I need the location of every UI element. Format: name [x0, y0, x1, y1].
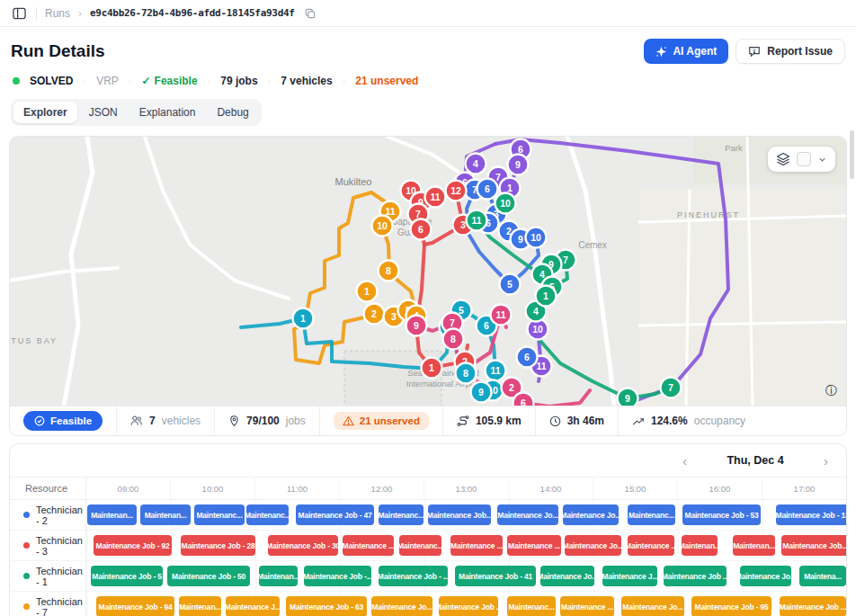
gantt-job-bar[interactable]: Maintenance Job...	[781, 535, 847, 556]
gantt-job-bar[interactable]: Maintenance ...	[343, 535, 394, 556]
map-marker[interactable]: 6	[513, 393, 534, 406]
gantt-job-bar[interactable]: Maintenance Job - 28	[181, 535, 255, 556]
map-marker[interactable]: 7	[661, 378, 682, 398]
gantt-job-bar[interactable]: Maintenance Job - 30	[268, 535, 338, 556]
gantt-job-bar[interactable]: Maintenance ...	[450, 535, 503, 556]
gantt-job-bar[interactable]: Maintenance Job - 13	[776, 504, 847, 525]
tab-explanation[interactable]: Explanation	[129, 102, 206, 123]
gantt-job-bar[interactable]: Maintenan...	[179, 596, 221, 616]
gantt-job-bar[interactable]: Maintenance Jo...	[565, 535, 621, 556]
map-marker[interactable]: 10	[372, 216, 393, 237]
report-issue-button[interactable]: Report Issue	[736, 39, 845, 64]
stat-occupancy: 124.6%occupancy	[619, 406, 759, 435]
gantt-job-bar[interactable]: Maintenance Job - 5	[91, 566, 163, 586]
map-marker[interactable]: 1	[357, 281, 378, 302]
gantt-job-bar[interactable]: Maintenan...	[259, 566, 298, 586]
gantt-job-bar[interactable]: Maintenance J...	[226, 596, 280, 616]
map-marker[interactable]: 9	[406, 316, 427, 336]
gantt-job-bar[interactable]: Maintenance Job ...	[664, 566, 727, 586]
gantt-job-bar[interactable]: Maintenance Job - 47	[296, 504, 374, 525]
gantt-job-bar[interactable]: Maintenance Jo...	[540, 566, 594, 586]
gantt-job-bar[interactable]: Maintenanc...	[399, 535, 441, 556]
gantt-job-bar[interactable]: Maintenance Job ...	[780, 596, 846, 616]
map-marker[interactable]: 11	[491, 305, 512, 326]
gantt-job-bar[interactable]: Maintenance ...	[560, 596, 614, 616]
gantt-job-bar[interactable]: Maintenance Jo...	[563, 504, 619, 525]
map-marker[interactable]: 8	[443, 329, 464, 350]
gantt-job-bar[interactable]: Maintenan...	[733, 535, 775, 556]
map-marker[interactable]: 5	[500, 274, 521, 295]
gantt-job-bar[interactable]: Maintenan...	[140, 504, 191, 525]
status-vehicles: 7 vehicles	[281, 75, 332, 87]
map-marker[interactable]: 10	[526, 228, 547, 248]
resource-label[interactable]: Technician - 7	[10, 592, 86, 616]
resource-label[interactable]: Technician - 1	[10, 561, 86, 591]
solved-dot	[13, 77, 20, 85]
map-marker[interactable]: 8	[456, 363, 477, 384]
resource-label[interactable]: Technician - 2	[10, 500, 86, 530]
route-map[interactable]: MukilteoJapaneseGulchCemexPINEHURSTParkL…	[10, 137, 846, 406]
gantt-job-bar[interactable]: Maintenance J...	[602, 566, 657, 586]
map-marker[interactable]: 9	[471, 382, 492, 403]
map-marker[interactable]: 11	[486, 361, 506, 381]
page-scrollbar-thumb[interactable]	[850, 130, 854, 179]
map-marker[interactable]: 10	[495, 193, 516, 214]
tab-explorer[interactable]: Explorer	[13, 102, 77, 123]
gantt-job-bar[interactable]: Maintenance Jo...	[371, 596, 432, 616]
gantt-job-bar[interactable]: Maintenance Job - 63	[286, 596, 367, 616]
gantt-job-bar[interactable]: Maintenanc...	[507, 596, 556, 616]
gantt-job-bar[interactable]: Maintenance Job -...	[304, 566, 371, 586]
date-navigation: ‹ Thu, Dec 4 ›	[10, 444, 846, 477]
gantt-job-bar[interactable]: Maintenance Jo...	[621, 596, 684, 616]
map-marker[interactable]: 9	[618, 388, 638, 406]
map-marker[interactable]: 1	[422, 358, 442, 379]
gantt-job-bar[interactable]: Maintenance Job - 95	[691, 596, 771, 616]
map-marker[interactable]: 6	[517, 347, 538, 368]
gantt-job-bar[interactable]: Maintena...	[799, 566, 846, 586]
tab-debug[interactable]: Debug	[207, 102, 258, 123]
svg-text:6: 6	[485, 183, 490, 194]
gantt-job-bar[interactable]: Maintenance Job - 50	[167, 566, 250, 586]
svg-text:5: 5	[459, 305, 464, 316]
map-layers-control[interactable]	[768, 147, 835, 172]
gantt-job-bar[interactable]: Maintenanc...	[379, 504, 424, 525]
gantt-job-bar[interactable]: Maintenance Job ...	[439, 596, 498, 616]
copy-icon[interactable]	[303, 6, 317, 21]
gantt-job-bar[interactable]: Maintenance Job - 92	[94, 535, 172, 556]
gantt-job-bar[interactable]: Maintenanc...	[628, 504, 675, 525]
gantt-job-bar[interactable]: Maintenance ...	[507, 535, 561, 556]
info-icon[interactable]: ⓘ	[825, 383, 837, 399]
map-marker[interactable]: 1	[293, 308, 314, 329]
map-marker[interactable]: 12	[446, 181, 467, 201]
map-marker[interactable]: 11	[425, 187, 446, 208]
map-marker[interactable]: 1	[536, 286, 557, 307]
next-day-button[interactable]: ›	[818, 453, 834, 469]
gantt-job-bar[interactable]: Maintenance Job - ...	[379, 566, 448, 586]
map-marker[interactable]: 6	[411, 219, 432, 240]
ai-agent-button[interactable]: AI Agent	[644, 39, 728, 64]
gantt-job-bar[interactable]: Maintenan...	[682, 535, 718, 556]
map-marker[interactable]: 9	[508, 155, 529, 175]
svg-text:1: 1	[364, 286, 370, 297]
map-marker[interactable]: 4	[466, 154, 486, 174]
gantt-job-bar[interactable]: Maintenance Jo...	[497, 504, 558, 525]
map-marker[interactable]: 11	[467, 210, 487, 231]
gantt-job-bar[interactable]: Maintenance Job - 53	[682, 504, 761, 525]
gantt-job-bar[interactable]: Maintenance Job...	[428, 504, 491, 525]
map-marker[interactable]: 6	[477, 179, 498, 200]
gantt-job-bar[interactable]: Maintenance Job - 94	[96, 596, 174, 616]
gantt-job-bar[interactable]: Maintenance Job - 41	[455, 566, 536, 586]
prev-day-button[interactable]: ‹	[677, 453, 692, 469]
sidebar-toggle-icon[interactable]	[11, 5, 28, 22]
resource-label[interactable]: Technician - 3	[10, 531, 86, 560]
gantt-job-bar[interactable]: Maintenanc...	[194, 504, 245, 525]
breadcrumb-runs[interactable]: Runs	[45, 7, 70, 20]
tab-json[interactable]: JSON	[79, 102, 128, 123]
gantt-job-bar[interactable]: Maintenan...	[87, 504, 137, 525]
status-feasible: ✓Feasible	[141, 75, 197, 87]
map-marker[interactable]: 2	[364, 304, 385, 325]
gantt-job-bar[interactable]: Maintenance ...	[628, 535, 674, 556]
gantt-job-bar[interactable]: Maintenanc...	[246, 504, 289, 525]
gantt-job-bar[interactable]: Maintenance Jo...	[740, 566, 791, 586]
map-marker[interactable]: 8	[379, 261, 399, 281]
